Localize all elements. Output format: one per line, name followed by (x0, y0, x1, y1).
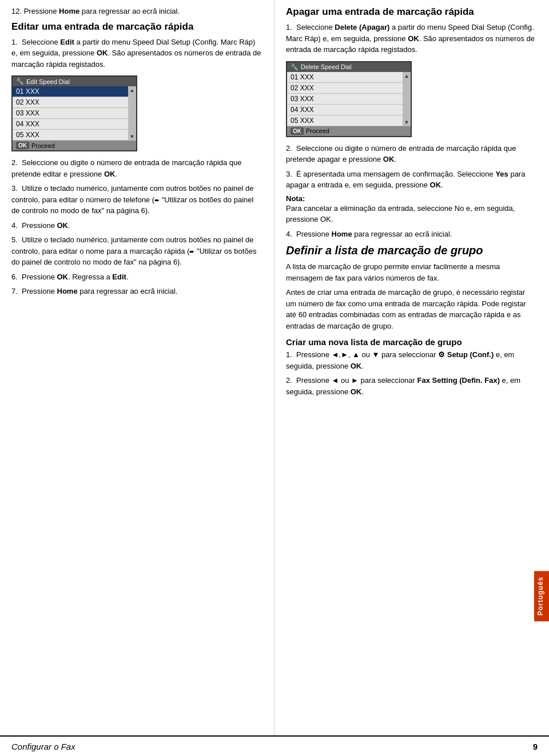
step3-text: 3. Utilize o teclado numérico, juntament… (11, 183, 262, 217)
intro-paragraph: 12. Pressione Home para regressar ao ecr… (11, 6, 262, 17)
screen-item-2-1[interactable]: 02 XXX (287, 83, 403, 94)
step6-text: 6. Pressione OK. Regressa a Edit. (11, 271, 262, 283)
screen-list-2: 01 XXX 02 XXX 03 XXX 04 XXX 05 XXX (287, 72, 403, 126)
step1-text: 1. Seleccione Edit a partir do menu Spee… (11, 37, 262, 70)
screen-scrolltrack-2: ▲ ▼ (403, 72, 411, 126)
footer: Configurar o Fax 9 (0, 735, 549, 756)
section1-title: Editar uma entrada de marcação rápida (11, 21, 262, 33)
screen-widget-2: 🔧 Delete Speed Dial 01 XXX 02 XXX 03 XXX… (286, 61, 412, 137)
scroll-down-arrow-2[interactable]: ▼ (404, 119, 409, 125)
note-text: Para cancelar a eliminação da entrada, s… (286, 203, 538, 225)
wrench-icon-2: 🔧 (291, 63, 299, 71)
step4-text: 4. Pressione OK. (11, 220, 262, 231)
r-step1-text: 1. Seleccione Delete (Apagar) a partir d… (286, 22, 538, 55)
note-block: Nota: Para cancelar a eliminação da entr… (286, 194, 538, 225)
screen-item-2-2[interactable]: 03 XXX (287, 94, 403, 105)
section3-body2: Antes de criar uma entrada de marcação d… (286, 287, 538, 331)
left-column: 12. Pressione Home para regressar ao ecr… (0, 0, 274, 735)
section3-body1: A lista de marcação de grupo permite env… (286, 261, 538, 283)
screen-widget-1: 🔧 Edit Speed Dial 01 XXX 02 XXX 03 XXX 0… (11, 75, 137, 151)
r-step2-text: 2. Seleccione ou digite o número de entr… (286, 143, 538, 165)
note-label: Nota: (286, 194, 305, 203)
screen-item-1-0[interactable]: 01 XXX (13, 86, 128, 97)
scroll-up-arrow-1[interactable]: ▲ (130, 87, 135, 93)
page-container: 12. Pressione Home para regressar ao ecr… (0, 0, 549, 756)
screen-footer-bar-1: OK Proceed (13, 141, 136, 150)
section3-title: Definir a lista de marcação de grupo (286, 243, 538, 258)
wrench-icon-1: 🔧 (16, 78, 24, 85)
screen-title-bar-2: 🔧 Delete Speed Dial (287, 62, 411, 72)
arrow-right-1: ➨ (154, 197, 160, 203)
screen-list-1: 01 XXX 02 XXX 03 XXX 04 XXX 05 XXX (13, 86, 128, 141)
screen2-title: Delete Speed Dial (301, 63, 352, 70)
screen-items-container-2: 01 XXX 02 XXX 03 XXX 04 XXX 05 XXX ▲ ▼ (287, 72, 411, 126)
screen1-title: Edit Speed Dial (26, 78, 70, 85)
ok-badge-2: OK (291, 127, 304, 135)
screen-title-bar-1: 🔧 Edit Speed Dial (13, 77, 136, 86)
screen-scrolltrack-1: ▲ ▼ (128, 86, 136, 141)
arrow-right-2: ➨ (189, 248, 194, 255)
sub-step1-text: 1. Pressione ◄,►, ▲ ou ▼ para selecciona… (286, 349, 538, 371)
step2-text: 2. Seleccione ou digite o número de entr… (11, 157, 262, 179)
subsection-title: Criar uma nova lista de marcação de grup… (286, 337, 538, 347)
screen-item-2-3[interactable]: 04 XXX (287, 105, 403, 115)
r-step4-text: 4. Pressione Home para regressar ao ecrã… (286, 229, 538, 240)
screen1-footer-label: Proceed (31, 142, 55, 149)
step7-text: 7. Pressione Home para regressar ao ecrã… (11, 286, 262, 297)
footer-page: 9 (533, 742, 538, 751)
sub-step2-text: 2. Pressione ◄ ou ► para seleccionar Fax… (286, 375, 538, 397)
main-content: 12. Pressione Home para regressar ao ecr… (0, 0, 549, 735)
screen-items-container-1: 01 XXX 02 XXX 03 XXX 04 XXX 05 XXX ▲ ▼ (13, 86, 136, 141)
step5-text: 5. Utilize o teclado numérico, juntament… (11, 234, 262, 268)
scroll-down-arrow-1[interactable]: ▼ (130, 134, 135, 139)
footer-title: Configurar o Fax (11, 742, 75, 751)
screen2-footer-label: Proceed (306, 127, 329, 134)
screen-item-1-2[interactable]: 03 XXX (13, 108, 128, 119)
screen-footer-bar-2: OK Proceed (287, 126, 411, 136)
screen-item-1-1[interactable]: 02 XXX (13, 97, 128, 108)
section2-title: Apagar uma entrada de marcação rápida (286, 6, 538, 18)
scroll-up-arrow-2[interactable]: ▲ (404, 73, 409, 79)
language-tab: Português (534, 571, 549, 621)
right-column: Apagar uma entrada de marcação rápida 1.… (274, 0, 549, 735)
screen-item-2-0[interactable]: 01 XXX (287, 72, 403, 83)
screen-item-1-3[interactable]: 04 XXX (13, 119, 128, 130)
screen-item-1-4[interactable]: 05 XXX (13, 130, 128, 141)
screen-item-2-4[interactable]: 05 XXX (287, 115, 403, 126)
r-step3-text: 3. É apresentada uma mensagem de confirm… (286, 169, 538, 191)
ok-badge-1: OK (16, 142, 29, 149)
